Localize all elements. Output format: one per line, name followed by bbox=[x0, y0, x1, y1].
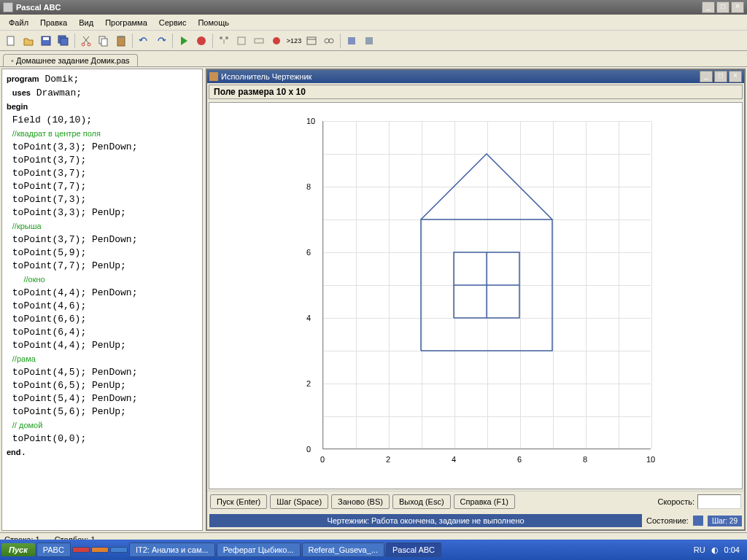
menu-help[interactable]: Помощь bbox=[192, 17, 235, 28]
menubar: Файл Правка Вид Программа Сервис Помощь bbox=[0, 15, 747, 31]
paste-icon[interactable] bbox=[113, 33, 129, 49]
run-icon[interactable] bbox=[176, 33, 192, 49]
lang-indicator[interactable]: RU bbox=[694, 545, 705, 555]
watch-icon[interactable]: >123 bbox=[286, 33, 302, 49]
window-icon[interactable] bbox=[303, 33, 320, 49]
drawer-icon bbox=[209, 72, 218, 81]
drawer-title: Исполнитель Чертежник bbox=[221, 72, 700, 81]
svg-rect-2 bbox=[43, 37, 49, 40]
svg-rect-10 bbox=[119, 36, 123, 38]
menu-file[interactable]: Файл bbox=[3, 17, 34, 28]
taskbar: Пуск PABC IT2: Анализ и сам... Реферат Ц… bbox=[0, 540, 747, 560]
close-button[interactable]: × bbox=[731, 1, 744, 13]
svg-point-16 bbox=[273, 37, 280, 44]
svg-rect-21 bbox=[348, 37, 355, 44]
start-button[interactable]: Пуск bbox=[1, 543, 35, 556]
step-into-icon[interactable] bbox=[216, 33, 232, 49]
glasses-icon[interactable] bbox=[321, 33, 337, 49]
state-indicator-icon bbox=[693, 516, 703, 526]
save-all-icon[interactable] bbox=[55, 33, 71, 49]
svg-rect-14 bbox=[238, 37, 245, 44]
task-item[interactable]: Реферат Цыбико... bbox=[217, 542, 301, 557]
svg-point-12 bbox=[220, 36, 222, 39]
step-button[interactable]: Шаг (Space) bbox=[270, 494, 328, 509]
task-item[interactable] bbox=[72, 547, 90, 553]
app-icon bbox=[3, 2, 13, 12]
help-button[interactable]: Справка (F1) bbox=[454, 494, 515, 509]
stop-icon[interactable] bbox=[193, 33, 209, 49]
svg-point-20 bbox=[329, 39, 333, 43]
child-minimize-button[interactable]: _ bbox=[700, 71, 713, 82]
clock: 0:04 bbox=[724, 545, 740, 555]
field-size-label: Поле размера 10 x 10 bbox=[209, 85, 743, 99]
drawing-canvas: 02468100246810 bbox=[209, 102, 743, 489]
undo-icon[interactable] bbox=[136, 33, 152, 49]
task-item[interactable] bbox=[91, 547, 109, 553]
toolbar: >123 bbox=[0, 31, 747, 51]
svg-rect-22 bbox=[365, 37, 373, 44]
drawer-window: Исполнитель Чертежник _ □ × Поле размера… bbox=[206, 69, 746, 531]
svg-rect-17 bbox=[307, 37, 316, 44]
child-close-button[interactable]: × bbox=[729, 71, 742, 82]
tray-icon[interactable]: ◐ bbox=[711, 545, 719, 555]
step-over-icon[interactable] bbox=[233, 33, 249, 49]
svg-rect-0 bbox=[7, 36, 14, 45]
tabbar: • Домашнее задание Домик.pas bbox=[0, 51, 747, 67]
system-tray[interactable]: RU ◐ 0:04 bbox=[688, 545, 746, 555]
window-title: Pascal ABC bbox=[16, 3, 702, 12]
speed-slider[interactable] bbox=[697, 494, 741, 509]
breakpoint-icon[interactable] bbox=[268, 33, 285, 49]
run-button[interactable]: Пуск (Enter) bbox=[210, 494, 267, 509]
new-file-icon[interactable] bbox=[3, 33, 19, 49]
step-counter: Шаг: 29 bbox=[708, 516, 742, 526]
menu-program[interactable]: Программа bbox=[99, 17, 153, 28]
menu-edit[interactable]: Правка bbox=[34, 17, 73, 28]
state-label: Состояние: bbox=[646, 516, 689, 525]
child-maximize-button[interactable]: □ bbox=[714, 71, 727, 82]
save-icon[interactable] bbox=[38, 33, 54, 49]
again-button[interactable]: Заново (BS) bbox=[331, 494, 390, 509]
svg-rect-15 bbox=[255, 39, 263, 43]
task-item[interactable] bbox=[110, 547, 128, 553]
svg-rect-8 bbox=[101, 39, 107, 46]
main-titlebar: Pascal ABC _ □ × bbox=[0, 0, 747, 15]
file-tab[interactable]: • Домашнее задание Домик.pas bbox=[3, 54, 138, 66]
menu-view[interactable]: Вид bbox=[73, 17, 99, 28]
task-item[interactable]: Referat_Guseva_... bbox=[302, 542, 384, 557]
redo-icon[interactable] bbox=[153, 33, 169, 49]
svg-rect-4 bbox=[61, 38, 68, 45]
task-item[interactable]: IT2: Анализ и сам... bbox=[129, 542, 215, 557]
minimize-button[interactable]: _ bbox=[702, 1, 715, 13]
exit-button[interactable]: Выход (Esc) bbox=[392, 494, 451, 509]
drawer-status: Чертежник: Работа окончена, задание не в… bbox=[209, 514, 642, 527]
svg-point-11 bbox=[197, 36, 206, 45]
cut-icon[interactable] bbox=[78, 33, 94, 49]
open-icon[interactable] bbox=[20, 33, 36, 49]
svg-point-19 bbox=[325, 39, 329, 43]
copy-icon[interactable] bbox=[96, 33, 112, 49]
maximize-button[interactable]: □ bbox=[716, 1, 729, 13]
code-editor[interactable]: program Domik; uses Drawman; begin Field… bbox=[1, 69, 203, 531]
svg-point-13 bbox=[225, 36, 228, 39]
tool1-icon[interactable] bbox=[344, 33, 360, 49]
menu-service[interactable]: Сервис bbox=[153, 17, 193, 28]
task-item[interactable]: Pascal ABC bbox=[386, 542, 441, 557]
tool2-icon[interactable] bbox=[361, 33, 377, 49]
speed-label: Скорость: bbox=[657, 497, 694, 506]
step-out-icon[interactable] bbox=[251, 33, 267, 49]
task-item[interactable]: PABC bbox=[36, 542, 71, 557]
